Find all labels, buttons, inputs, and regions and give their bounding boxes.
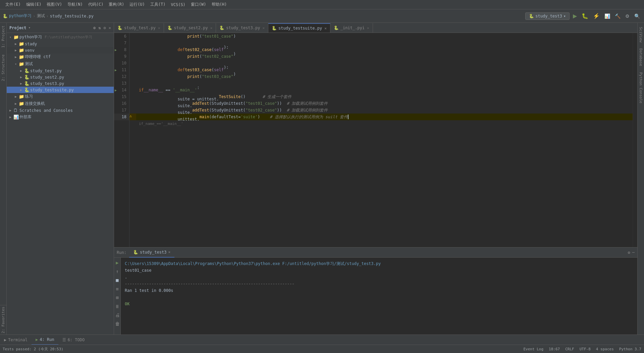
tab-study-test3[interactable]: 🐍 study_test3.py ✕: [216, 23, 268, 33]
run-arrow-14[interactable]: ▶: [115, 88, 117, 92]
run-arrow-8[interactable]: ▶: [115, 48, 117, 52]
tree-study-testsuite[interactable]: ▶ 🐍 study_testsuite.py: [7, 87, 114, 93]
tab-study-sest2[interactable]: 🐍 study_sest2.py ✕: [164, 23, 216, 33]
tab-init[interactable]: 🐍 _init_.pyi ✕: [330, 23, 373, 33]
menu-item-refactor[interactable]: 重构(R): [106, 1, 127, 8]
python-console-label[interactable]: Python Console: [638, 70, 644, 106]
code-line-8: def test02_case(self):: [136, 46, 633, 53]
list-icon-bottom[interactable]: ≣: [115, 303, 119, 310]
tab-study-test[interactable]: 🐍 study_test.py ✕: [114, 23, 164, 33]
project-close-icon[interactable]: ✕: [109, 26, 111, 30]
tab-terminal[interactable]: ▶ Terminal: [0, 335, 32, 345]
tree-lianxi[interactable]: ▶ 📁 练习: [7, 93, 114, 100]
line-num-18: 18: [114, 114, 129, 120]
print-icon-bottom[interactable]: 🖨: [114, 311, 121, 319]
python-version[interactable]: Python 3.7: [619, 347, 641, 351]
favorites-label[interactable]: 2: Favorites: [1, 307, 5, 333]
breadcrumb-root[interactable]: python学习: [9, 13, 32, 19]
event-log[interactable]: Event Log: [523, 347, 543, 351]
run-icon-bottom[interactable]: ▶: [115, 259, 119, 266]
settings-icon-bottom[interactable]: ⚙: [628, 250, 630, 255]
tree-bili[interactable]: ▶ 📁 哔哩哔哩 ctf: [7, 53, 114, 60]
toolbar-right: 🐍 study_test3 ▾ ▶ 🐛 ⚡ 📊 🔨 ⚙ 🔍: [525, 11, 641, 20]
run-arrow-11[interactable]: ▶: [115, 68, 117, 72]
crlf[interactable]: CRLF: [565, 347, 574, 351]
menu-item-nav[interactable]: 导航(N): [65, 1, 86, 8]
project-locate-icon[interactable]: ⊕: [93, 26, 96, 30]
tree-lianjie[interactable]: ▶ 📁 连接交换机: [7, 100, 114, 107]
menu-item-run[interactable]: 运行(U): [127, 1, 148, 8]
gutter-row-8: [129, 46, 136, 53]
menu-item-code[interactable]: 代码(C): [86, 1, 106, 8]
tab-close-0[interactable]: ✕: [158, 26, 160, 30]
tree-scratches[interactable]: ▶ 🗒 Scratches and Consoles: [7, 107, 114, 114]
run-tab-close[interactable]: ✕: [168, 250, 170, 254]
menu-item-view[interactable]: 视图(V): [44, 1, 65, 8]
up-icon-bottom[interactable]: ↑: [115, 268, 119, 275]
tab-todo[interactable]: ☰ 6: TODO: [58, 335, 89, 345]
project-panel: Project ▾ ⊕ ⇅ ⚙ ✕ ▾ 📁 python学习 F:\untitl…: [7, 23, 114, 345]
study-test3-label: study_test3.py: [30, 81, 64, 86]
code-content[interactable]: print("test01_case") def test02_case(sel…: [136, 33, 633, 247]
bottom-tab-run[interactable]: 🐍 study_test3 ✕: [129, 248, 174, 258]
minimap[interactable]: [633, 33, 637, 247]
encoding[interactable]: UTF-8: [580, 347, 591, 351]
stack-icon-bottom[interactable]: ⊞: [115, 294, 119, 301]
tree-study-test[interactable]: ▶ 🐍 study_test.py: [7, 68, 114, 74]
settings-button[interactable]: ⚙: [624, 12, 631, 20]
database-label[interactable]: Database: [638, 46, 644, 69]
tab-close-2[interactable]: ✕: [262, 26, 265, 30]
run-config-selector[interactable]: 🐍 study_test3 ▾: [525, 12, 570, 20]
tree-test-folder[interactable]: ▾ 📁 测试: [7, 60, 114, 68]
menu-bar: 文件(E) 编辑(E) 视图(V) 导航(N) 代码(C) 重构(R) 运行(U…: [0, 0, 644, 9]
tab-study-testsuite[interactable]: 🐍 study_testsuite.py ✕: [268, 23, 330, 33]
tab-close-1[interactable]: ✕: [210, 26, 213, 30]
coverage-button[interactable]: ⚡: [592, 11, 601, 20]
breadcrumb-file[interactable]: study_testsuite.py: [50, 14, 94, 18]
tree-study-test3[interactable]: ▶ 🐍 study_test3.py: [7, 80, 114, 87]
breadcrumb-part1[interactable]: 测试: [37, 13, 45, 19]
stop-icon-bottom[interactable]: ■: [115, 276, 119, 284]
profile-button[interactable]: 📊: [603, 12, 611, 20]
search-button[interactable]: 🔍: [633, 12, 641, 20]
menu-item-window[interactable]: 窗口(W): [188, 1, 209, 8]
tree-venv[interactable]: ▶ 📁 venv: [7, 47, 114, 53]
sciview-label[interactable]: SciView: [638, 24, 644, 45]
structure-sidebar-label[interactable]: 2: Structure: [1, 54, 5, 81]
line-num-12: 12: [114, 73, 129, 80]
console-area[interactable]: C:\Users\15309\AppData\Local\Programs\Py…: [121, 258, 637, 345]
tree-study-sest2[interactable]: ▶ 🐍 study_sest2.py: [7, 74, 114, 80]
tree-external[interactable]: ▶ 📊 外部库: [7, 114, 114, 121]
scratches-icon: 🗒: [13, 108, 19, 113]
line-col[interactable]: 18:67: [549, 347, 560, 351]
code-line-15: suite = unittest.TestSuite() # 生成一个套件: [136, 93, 633, 100]
venv-arrow: ▶: [15, 48, 19, 52]
scratches-arrow: ▶: [9, 108, 13, 112]
menu-item-edit[interactable]: 编辑(E): [23, 1, 44, 8]
trash-icon-bottom[interactable]: 🗑: [114, 320, 121, 327]
tree-stady[interactable]: ▶ 📁 stady: [7, 41, 114, 47]
lianxi-arrow: ▶: [15, 95, 19, 98]
breadcrumb-python[interactable]: 🐍: [3, 14, 8, 18]
debug-button[interactable]: 🐛: [580, 11, 590, 20]
line-numbers: 6 7 ▶8 9 10 ▶11 12 13 ▶14 15: [114, 33, 129, 247]
indent[interactable]: 4 spaces: [596, 347, 614, 351]
minimize-icon-bottom[interactable]: ─: [632, 250, 635, 255]
scroll-icon-bottom[interactable]: ≡: [115, 285, 119, 293]
project-collapse-icon[interactable]: ⇅: [98, 26, 101, 30]
tab-close-3[interactable]: ✕: [324, 26, 327, 31]
menu-item-tools[interactable]: 工具(T): [148, 1, 168, 8]
menu-item-file[interactable]: 文件(E): [3, 1, 23, 8]
run-button[interactable]: ▶: [572, 11, 578, 20]
build-button[interactable]: 🔨: [613, 12, 622, 20]
tab-run[interactable]: ▶ 4: Run: [32, 335, 58, 345]
project-settings-icon[interactable]: ⚙: [104, 26, 106, 30]
tab-close-4[interactable]: ✕: [367, 26, 369, 30]
menu-item-help[interactable]: 帮助(H): [209, 1, 230, 8]
code-line-18: unittest.main(defaultTest='suite') # 选择默…: [136, 114, 633, 120]
menu-item-vcs[interactable]: VCS(S): [168, 2, 188, 8]
py-arrow3: ▶: [20, 82, 24, 85]
project-sidebar-label[interactable]: 1: Project: [1, 26, 5, 48]
tree-root[interactable]: ▾ 📁 python学习 F:\untitled\python学习: [7, 34, 114, 41]
code-line-9: print("test02_case"): [136, 53, 633, 60]
